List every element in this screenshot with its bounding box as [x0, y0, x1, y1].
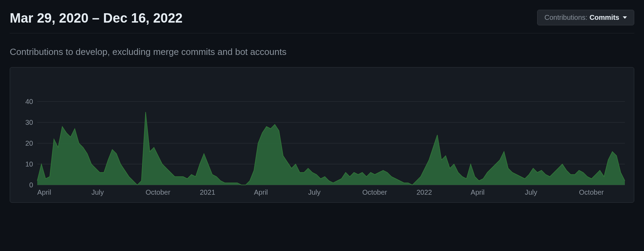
dropdown-label: Contributions:	[544, 14, 587, 22]
x-tick-label: April	[254, 188, 268, 196]
y-tick-label: 20	[25, 139, 33, 147]
area-fill	[37, 112, 625, 185]
contributions-chart: 010203040AprilJulyOctober2021AprilJulyOc…	[10, 67, 634, 203]
x-tick-label: July	[525, 188, 537, 196]
divider	[10, 33, 634, 33]
chart-subtitle: Contributions to develop, excluding merg…	[10, 47, 634, 57]
date-range-title: Mar 29, 2020 – Dec 16, 2022	[10, 10, 183, 27]
x-tick-label: July	[308, 188, 321, 196]
x-tick-label: October	[146, 188, 170, 196]
caret-down-icon	[623, 16, 627, 19]
contributions-dropdown[interactable]: Contributions: Commits	[537, 10, 634, 25]
x-tick-label: 2022	[416, 188, 432, 196]
dropdown-value: Commits	[589, 14, 619, 22]
x-tick-label: April	[37, 188, 51, 196]
y-tick-label: 40	[25, 98, 33, 105]
x-tick-label: 2021	[200, 188, 215, 196]
y-tick-label: 30	[25, 119, 33, 126]
y-tick-label: 0	[29, 181, 33, 189]
x-tick-label: July	[92, 188, 104, 196]
area-chart-svg: 010203040AprilJulyOctober2021AprilJulyOc…	[16, 74, 627, 199]
x-tick-label: October	[579, 188, 604, 196]
x-tick-label: April	[471, 188, 485, 196]
x-tick-label: October	[362, 188, 387, 196]
y-tick-label: 10	[25, 160, 33, 168]
